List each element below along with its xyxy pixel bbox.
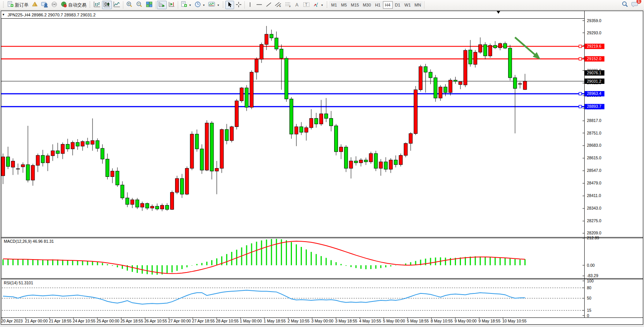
- svg-text:8 May 10:55: 8 May 10:55: [431, 319, 453, 323]
- svg-text:1 May 00:00: 1 May 00:00: [240, 319, 262, 323]
- svg-text:9 May 18:55: 9 May 18:55: [478, 319, 501, 323]
- collapse-triangle-icon[interactable]: ▼: [2, 13, 5, 16]
- svg-text:28479.0: 28479.0: [587, 181, 601, 185]
- svg-text:50: 50: [587, 296, 591, 300]
- fibonacci-button[interactable]: F: [283, 1, 293, 9]
- tile-windows-button[interactable]: [144, 1, 154, 9]
- auto-scroll-button[interactable]: [157, 1, 167, 9]
- chart-shift-button[interactable]: [167, 1, 177, 9]
- svg-text:20 Apr 2023: 20 Apr 2023: [1, 319, 23, 323]
- new-order-dropdown-button[interactable]: ▼: [179, 1, 193, 9]
- indicators-button[interactable]: ▼: [207, 1, 221, 9]
- auto-trading-button[interactable]: 自动交易: [59, 1, 88, 9]
- broadcast-icon: [51, 1, 57, 9]
- timeframe-m30-button[interactable]: M30: [361, 1, 373, 9]
- svg-text:E: E: [279, 5, 281, 7]
- search-icon[interactable]: [622, 1, 628, 9]
- notification-badge: 1: [636, 0, 641, 4]
- terminal-person-icon: [41, 1, 48, 9]
- equidistant-channel-button[interactable]: E: [273, 1, 283, 9]
- toolbar: 新订单 自动交易: [0, 0, 644, 10]
- svg-text:28411.0: 28411.0: [587, 193, 601, 198]
- timeframe-mn-button[interactable]: MN: [413, 1, 423, 9]
- crosshair-button[interactable]: [234, 1, 243, 9]
- text-label-button[interactable]: T: [301, 1, 311, 9]
- channel-icon: E: [275, 2, 282, 9]
- svg-text:15: 15: [587, 308, 591, 313]
- indicators-icon: [208, 1, 215, 9]
- notifications-button[interactable]: 1: [631, 1, 639, 9]
- svg-text:0: 0: [587, 313, 589, 318]
- svg-text:F: F: [289, 5, 291, 8]
- timeframe-m5-button[interactable]: M5: [339, 1, 349, 9]
- zoom-out-button[interactable]: [134, 1, 144, 9]
- timeframe-m1-button[interactable]: M1: [329, 1, 339, 9]
- svg-text:1 May 18:55: 1 May 18:55: [264, 319, 286, 323]
- timeframe-w1-button[interactable]: W1: [403, 1, 413, 9]
- shapes-button[interactable]: ▼: [311, 1, 325, 9]
- crosshair-icon: [236, 2, 242, 9]
- svg-text:29359.0: 29359.0: [587, 18, 601, 23]
- rsi-indicator-label: RSI(14) 51.3101: [4, 281, 33, 285]
- bar-chart-button[interactable]: [92, 1, 102, 9]
- shapes-arrows-icon: [313, 2, 319, 9]
- zoom-in-icon: [126, 1, 133, 9]
- timeframe-m15-button[interactable]: M15: [349, 1, 361, 9]
- svg-text:5 May 18:55: 5 May 18:55: [407, 319, 429, 323]
- svg-text:28275.0: 28275.0: [587, 218, 601, 223]
- chevron-down-icon: ▼: [217, 4, 220, 6]
- candlestick-chart-icon: [104, 1, 110, 9]
- timeframe-h4-button[interactable]: H4: [383, 1, 393, 9]
- auto-trading-label: 自动交易: [68, 2, 86, 8]
- svg-text:29219.6: 29219.6: [587, 44, 601, 48]
- zoom-out-icon: [136, 1, 143, 9]
- line-chart-button[interactable]: [112, 1, 122, 9]
- svg-text:29076.1: 29076.1: [587, 71, 601, 75]
- svg-text:100: 100: [587, 279, 594, 283]
- chart-window: ▼ JPN225-,H4 28986.2 29070.7 28983.7 290…: [1, 11, 643, 325]
- svg-text:28683.0: 28683.0: [587, 143, 601, 147]
- toolbar-grip: [89, 2, 91, 8]
- terminal-button[interactable]: [40, 1, 49, 9]
- cursor-button[interactable]: [225, 1, 234, 9]
- svg-text:21 Apr 00:00: 21 Apr 00:00: [25, 319, 48, 323]
- chart-title: JPN225-,H4 28986.2 29070.7 28983.7 29031…: [8, 13, 96, 17]
- zoom-in-button[interactable]: [124, 1, 134, 9]
- svg-text:24 Apr 10:55: 24 Apr 10:55: [73, 319, 96, 323]
- tile-windows-icon: [146, 1, 153, 9]
- text-icon: A: [295, 2, 300, 9]
- svg-text:2 May 10:55: 2 May 10:55: [287, 319, 309, 323]
- gold-cone-icon: [32, 1, 38, 9]
- chart-title-bar[interactable]: ▼ JPN225-,H4 28986.2 29070.7 28983.7 290…: [2, 11, 96, 18]
- horizontal-line-button[interactable]: [254, 1, 264, 9]
- chevron-down-icon: ▼: [321, 4, 324, 6]
- text-button[interactable]: A: [293, 1, 301, 9]
- new-order-icon: [7, 1, 14, 9]
- toolbar-grip: [326, 2, 328, 8]
- svg-text:80: 80: [587, 285, 591, 290]
- fibonacci-icon: F: [285, 2, 292, 9]
- svg-text:28343.0: 28343.0: [587, 206, 601, 210]
- profiles-button[interactable]: [30, 1, 40, 9]
- svg-text:9 May 00:00: 9 May 00:00: [454, 319, 477, 323]
- trendline-button[interactable]: [264, 1, 273, 9]
- timeframe-h1-button[interactable]: H1: [373, 1, 383, 9]
- svg-text:26 Apr 10:55: 26 Apr 10:55: [144, 319, 167, 323]
- broadcast-button[interactable]: [49, 1, 59, 9]
- svg-text:3 May 00:00: 3 May 00:00: [311, 319, 333, 323]
- timeframe-d1-button[interactable]: D1: [393, 1, 403, 9]
- svg-text:28209.0: 28209.0: [587, 231, 601, 235]
- svg-text:A: A: [295, 2, 298, 7]
- svg-text:28 Apr 10:55: 28 Apr 10:55: [216, 319, 239, 323]
- period-clock-button[interactable]: ▼: [193, 1, 207, 9]
- vertical-line-button[interactable]: [246, 1, 254, 9]
- svg-text:-83.29: -83.29: [587, 273, 598, 278]
- svg-text:212.39: 212.39: [587, 236, 599, 240]
- svg-text:3 May 18:55: 3 May 18:55: [335, 319, 357, 323]
- new-order-button[interactable]: 新订单: [6, 1, 30, 9]
- text-label-icon: T: [303, 2, 310, 9]
- candlestick-chart-button[interactable]: [102, 1, 112, 9]
- chevron-down-icon: ▼: [202, 4, 205, 6]
- clock-icon: [194, 1, 201, 9]
- chart-canvas[interactable]: 29359.029293.029225.029157.029089.029021…: [1, 11, 643, 325]
